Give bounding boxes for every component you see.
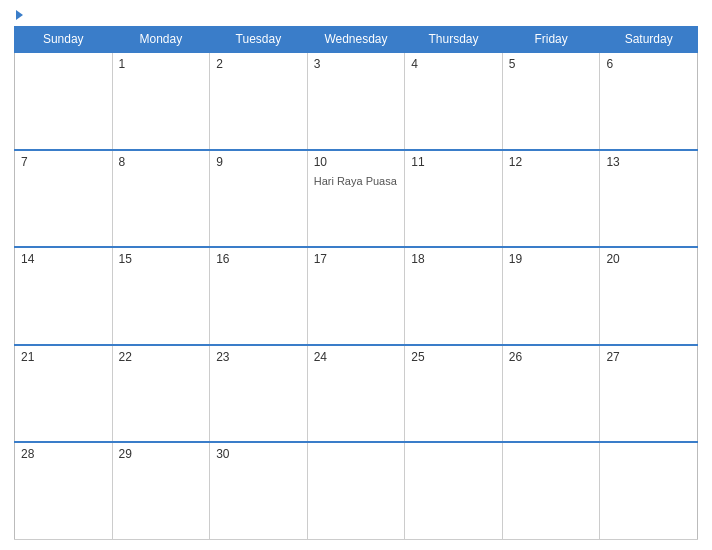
day-cell: 12 [502, 150, 600, 248]
day-number: 30 [216, 447, 301, 461]
weekday-header-row: SundayMondayTuesdayWednesdayThursdayFrid… [15, 27, 698, 53]
day-cell: 11 [405, 150, 503, 248]
weekday-header-friday: Friday [502, 27, 600, 53]
logo [14, 10, 23, 20]
day-number: 29 [119, 447, 204, 461]
day-cell: 13 [600, 150, 698, 248]
day-number: 1 [119, 57, 204, 71]
day-cell: 26 [502, 345, 600, 443]
day-number: 2 [216, 57, 301, 71]
day-number: 15 [119, 252, 204, 266]
day-number: 23 [216, 350, 301, 364]
weekday-header-thursday: Thursday [405, 27, 503, 53]
day-number: 8 [119, 155, 204, 169]
weekday-header-tuesday: Tuesday [210, 27, 308, 53]
day-number: 7 [21, 155, 106, 169]
day-cell: 3 [307, 52, 405, 150]
day-number: 25 [411, 350, 496, 364]
day-cell: 24 [307, 345, 405, 443]
week-row-3: 14151617181920 [15, 247, 698, 345]
day-cell: 15 [112, 247, 210, 345]
day-number: 22 [119, 350, 204, 364]
day-number: 9 [216, 155, 301, 169]
week-row-1: 123456 [15, 52, 698, 150]
logo-triangle-icon [16, 10, 23, 20]
weekday-header-monday: Monday [112, 27, 210, 53]
day-number: 17 [314, 252, 399, 266]
day-cell: 4 [405, 52, 503, 150]
day-number: 26 [509, 350, 594, 364]
day-cell: 8 [112, 150, 210, 248]
day-cell: 6 [600, 52, 698, 150]
day-cell [600, 442, 698, 540]
calendar-page: SundayMondayTuesdayWednesdayThursdayFrid… [0, 0, 712, 550]
day-cell: 17 [307, 247, 405, 345]
weekday-header-wednesday: Wednesday [307, 27, 405, 53]
day-cell [15, 52, 113, 150]
day-cell [307, 442, 405, 540]
day-cell: 14 [15, 247, 113, 345]
day-cell: 27 [600, 345, 698, 443]
day-number: 28 [21, 447, 106, 461]
day-cell: 10Hari Raya Puasa [307, 150, 405, 248]
day-cell: 30 [210, 442, 308, 540]
day-number: 20 [606, 252, 691, 266]
day-event: Hari Raya Puasa [314, 175, 397, 187]
day-number: 3 [314, 57, 399, 71]
day-number: 14 [21, 252, 106, 266]
day-number: 11 [411, 155, 496, 169]
day-number: 21 [21, 350, 106, 364]
header [14, 10, 698, 20]
day-cell [405, 442, 503, 540]
logo-blue-text [14, 10, 23, 20]
day-number: 4 [411, 57, 496, 71]
day-number: 19 [509, 252, 594, 266]
day-cell [502, 442, 600, 540]
day-number: 13 [606, 155, 691, 169]
day-cell: 9 [210, 150, 308, 248]
week-row-2: 78910Hari Raya Puasa111213 [15, 150, 698, 248]
day-cell: 1 [112, 52, 210, 150]
day-cell: 22 [112, 345, 210, 443]
day-cell: 21 [15, 345, 113, 443]
day-number: 6 [606, 57, 691, 71]
day-cell: 25 [405, 345, 503, 443]
day-number: 10 [314, 155, 399, 169]
day-number: 5 [509, 57, 594, 71]
day-cell: 5 [502, 52, 600, 150]
day-number: 18 [411, 252, 496, 266]
day-cell: 29 [112, 442, 210, 540]
day-number: 27 [606, 350, 691, 364]
day-cell: 7 [15, 150, 113, 248]
day-cell: 2 [210, 52, 308, 150]
week-row-4: 21222324252627 [15, 345, 698, 443]
calendar-table: SundayMondayTuesdayWednesdayThursdayFrid… [14, 26, 698, 540]
day-cell: 28 [15, 442, 113, 540]
day-cell: 16 [210, 247, 308, 345]
weekday-header-sunday: Sunday [15, 27, 113, 53]
day-cell: 23 [210, 345, 308, 443]
day-number: 12 [509, 155, 594, 169]
day-cell: 18 [405, 247, 503, 345]
day-cell: 19 [502, 247, 600, 345]
day-number: 16 [216, 252, 301, 266]
weekday-header-saturday: Saturday [600, 27, 698, 53]
day-number: 24 [314, 350, 399, 364]
day-cell: 20 [600, 247, 698, 345]
week-row-5: 282930 [15, 442, 698, 540]
